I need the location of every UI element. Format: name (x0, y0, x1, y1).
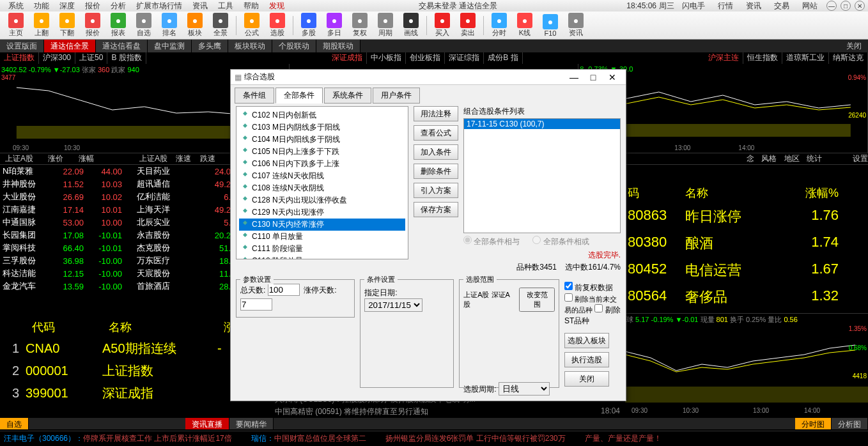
th-l0[interactable]: 上证A股 (5, 154, 33, 163)
tab-close[interactable]: 关闭 (840, 40, 868, 52)
tree-item[interactable]: C105 N日内上涨多于下跌 (239, 146, 405, 158)
bt-fxt[interactable]: 分析图 (832, 418, 868, 429)
idx-sz[interactable]: 深证成指 (328, 52, 367, 64)
chk-fuquan[interactable]: 前复权数据 (564, 283, 613, 292)
bt-ywjh[interactable]: 要闻精华 (229, 418, 274, 429)
dialog-maximize-icon[interactable]: □ (584, 72, 603, 82)
idx-cfb[interactable]: 成份B 指 (484, 52, 522, 64)
th-m1[interactable]: 涨速 (176, 154, 191, 163)
idx-sh[interactable]: 上证指数 (0, 52, 39, 64)
tree-item[interactable]: C107 连续N天收阳线 (239, 170, 405, 182)
th-m2[interactable]: 跌速 (200, 154, 215, 163)
th-r0[interactable]: 念 (747, 154, 754, 163)
toolbar-btn-7[interactable]: ●板块 (182, 13, 208, 38)
stock-row[interactable]: 三孚股份36.98-10.00 (0, 254, 134, 267)
radio-and[interactable]: 全部条件相与 (463, 236, 520, 247)
dlg-btn-3[interactable]: 删除条件 (414, 164, 458, 179)
idx-hszl[interactable]: 沪深主连 (704, 52, 743, 64)
tree-item[interactable]: C108 连续N天收阴线 (239, 182, 405, 194)
toolbar-btn-12[interactable]: ●多日 (322, 13, 347, 38)
toolbar-btn-4[interactable]: ●报表 (105, 13, 131, 38)
toolbar-btn-5[interactable]: ●自选 (131, 13, 157, 38)
tree-item[interactable]: C112 阶段放量 (239, 255, 405, 259)
radio-or[interactable]: 全部条件相或 (532, 236, 589, 247)
tree-item[interactable]: C130 N天内经常涨停 (239, 219, 405, 231)
tree-item[interactable]: C103 M日内阴线多于阳线 (239, 121, 405, 134)
dlg-btn-4[interactable]: 引入方案 (414, 183, 458, 198)
tree-item[interactable]: C128 N天内出现以涨停收盘 (239, 194, 405, 206)
stock-row[interactable]: 掌阅科技66.40-10.01 (0, 242, 134, 254)
stock-row[interactable]: 科达洁能12.15-10.00 (0, 267, 134, 280)
toolbar-btn-19[interactable]: ●K线 (512, 13, 538, 38)
close-icon[interactable]: ✕ (855, 1, 865, 11)
toolbar-btn-1[interactable]: ●上翻 (29, 13, 54, 38)
tab-3[interactable]: 盘中监测 (148, 40, 192, 52)
toolbar-btn-2[interactable]: ●下翻 (54, 13, 80, 38)
menu-analyze[interactable]: 分析 (105, 1, 131, 12)
bt-zxzb[interactable]: 资讯直播 (185, 418, 229, 429)
act-btn-1[interactable]: 执行选股 (564, 352, 609, 367)
th-l2[interactable]: 涨幅 (79, 154, 94, 163)
toolbar-btn-11[interactable]: ●多股 (296, 13, 322, 38)
tab-0[interactable]: 设置版面 (0, 40, 44, 52)
tab-1[interactable]: 通达信全景 (44, 40, 96, 52)
hdr-btn-0[interactable]: 闪电手 (677, 1, 710, 12)
th-r3[interactable]: 统计 (807, 154, 822, 163)
tab-6[interactable]: 个股联动 (272, 40, 316, 52)
menu-tool[interactable]: 工具 (213, 1, 238, 12)
hdr-btn-1[interactable]: 行情 (713, 1, 738, 12)
menu-discover[interactable]: 发现 (264, 1, 290, 12)
menu-help[interactable]: 帮助 (238, 1, 264, 12)
tab-4[interactable]: 多头鹰 (192, 40, 228, 52)
toolbar-btn-13[interactable]: ●复权 (347, 13, 373, 38)
sector-row[interactable]: 80564奢侈品1.32 (625, 284, 868, 311)
condition-tree[interactable]: C102 N日内创新低C103 M日内阴线多于阳线C104 M日内阳线多于阴线C… (236, 106, 408, 259)
dlg-btn-0[interactable]: 用法注释 (414, 106, 458, 121)
idx-ndq[interactable]: 纳斯达克 (829, 52, 868, 64)
dlg-tab-3[interactable]: 用户条件 (373, 88, 420, 104)
toolbar-btn-16[interactable]: ●买入 (430, 13, 455, 38)
idx-zxb[interactable]: 中小板指 (367, 52, 406, 64)
menu-system[interactable]: 系统 (3, 1, 29, 12)
toolbar-btn-18[interactable]: ●分时 (486, 13, 512, 38)
dlg-tab-2[interactable]: 系统条件 (324, 88, 371, 104)
tree-item[interactable]: C111 阶段缩量 (239, 243, 405, 255)
sector-row[interactable]: 80863昨日涨停1.76 (625, 203, 868, 230)
bt-fst[interactable]: 分时图 (795, 418, 832, 429)
dialog-minimize-icon[interactable]: — (564, 72, 584, 82)
th-r1[interactable]: 风格 (761, 154, 777, 163)
dlg-btn-2[interactable]: 加入条件 (414, 144, 458, 160)
tab-2[interactable]: 通达信看盘 (96, 40, 148, 52)
right-chart[interactable]: 球 5.17 -0.19% ▼-0.01 现量 801 换手 0.25% 量比 … (625, 313, 868, 415)
act-btn-2[interactable]: 关闭 (564, 371, 609, 387)
date-select[interactable]: 2017/11/15 (364, 298, 422, 312)
toolbar-btn-10[interactable]: ●选股 (265, 13, 290, 38)
toolbar-btn-3[interactable]: ●报价 (80, 13, 105, 38)
toolbar-btn-15[interactable]: ●画线 (398, 13, 424, 38)
th-l1[interactable]: 涨价 (48, 154, 63, 163)
act-btn-0[interactable]: 选股入板块 (564, 333, 609, 348)
hdr-btn-2[interactable]: 资讯 (741, 1, 766, 12)
idx-sh50[interactable]: 上证50 (75, 52, 107, 64)
dlg-btn-5[interactable]: 保存方案 (414, 202, 458, 217)
bt-zixuan[interactable]: 自选 (0, 418, 29, 429)
tree-item[interactable]: C104 M日内阳线多于阴线 (239, 134, 405, 146)
param1-input[interactable] (268, 284, 300, 296)
param2-input[interactable] (240, 298, 272, 311)
ticker-seg[interactable]: 汪丰电子（300666）：停牌系开展核查工作 上市后累计涨幅近17倍 (4, 433, 232, 444)
tab-5[interactable]: 板块联动 (228, 40, 272, 52)
hdr-btn-3[interactable]: 交易 (769, 1, 794, 12)
ticker-seg[interactable]: 扬州银监分局连发6张罚单 工行中信等银行被罚230万 (385, 433, 566, 444)
toolbar-btn-14[interactable]: ●周期 (373, 13, 398, 38)
menu-depth[interactable]: 深度 (54, 1, 80, 12)
maximize-icon[interactable]: □ (841, 1, 851, 11)
toolbar-btn-20[interactable]: ●F10 (538, 14, 563, 37)
sector-row[interactable]: 80452电信运营1.67 (625, 257, 868, 284)
minimize-icon[interactable]: — (826, 1, 837, 11)
menu-ext[interactable]: 扩展市场行情 (131, 1, 187, 12)
dlg-tab-1[interactable]: 全部条件 (275, 88, 323, 104)
dlg-tab-0[interactable]: 条件组 (235, 88, 274, 104)
menu-info[interactable]: 资讯 (187, 1, 213, 12)
toolbar-btn-8[interactable]: ●全景 (208, 13, 233, 38)
stock-row[interactable]: 大业股份26.6910.02 (0, 190, 134, 203)
